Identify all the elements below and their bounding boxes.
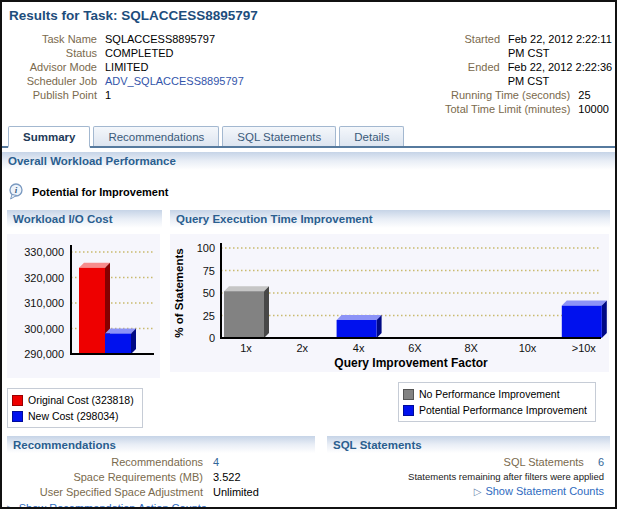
workload-io-cost-chart: 290,000300,000310,000320,000330,000	[7, 234, 162, 382]
legend-item-potential-improvement: Potential Performance Improvement	[403, 402, 587, 418]
scheduler-job-link[interactable]: ADV_SQLACCESS8895797	[105, 74, 244, 88]
task-info-left-column: Task Name SQLACCESS8895797 Status COMPLE…	[2, 32, 318, 116]
running-time-label: Running Time (seconds)	[318, 88, 570, 102]
publish-point-label: Publish Point	[2, 88, 97, 102]
tab-summary[interactable]: Summary	[8, 126, 90, 148]
sql-statements-header: SQL Statements	[327, 436, 610, 455]
svg-text:4x: 4x	[353, 342, 365, 354]
scheduler-job-label: Scheduler Job	[2, 74, 97, 88]
show-recommendation-action-counts-link[interactable]: ▷Show Recommendation Action Counts	[7, 502, 315, 509]
svg-text:100: 100	[197, 242, 215, 254]
svg-text:10x: 10x	[519, 342, 537, 354]
svg-text:1x: 1x	[240, 342, 252, 354]
legend-item-original-cost: Original Cost (323818)	[12, 392, 134, 408]
time-limit-row: Total Time Limit (minutes) 10000	[318, 102, 615, 116]
gray-swatch-icon	[403, 389, 414, 400]
legend-label: Potential Performance Improvement	[419, 402, 587, 418]
page-title: Results for Task: SQLACCESS8895797	[9, 8, 615, 23]
potential-for-improvement-row: i Potential for Improvement	[8, 182, 615, 202]
sql-statements-count-value: 6	[598, 456, 604, 468]
query-execution-time-header: Query Execution Time Improvement	[170, 210, 610, 230]
tab-sql-statements[interactable]: SQL Statements	[222, 126, 336, 146]
svg-text:330,000: 330,000	[24, 246, 64, 258]
svg-text:8X: 8X	[464, 342, 478, 354]
space-adjustment-value: Unlimited	[213, 485, 259, 500]
svg-text:25: 25	[203, 310, 215, 322]
sql-statements-note: Statements remaining after filters were …	[327, 470, 610, 483]
svg-text:320,000: 320,000	[24, 272, 64, 284]
tab-details[interactable]: Details	[339, 126, 404, 146]
task-info-right-column: Started Feb 22, 2012 2:22:11 PM CST Ende…	[318, 32, 615, 116]
charts-row: Workload I/O Cost 290,000300,000310,0003…	[2, 210, 615, 428]
recommendations-count-label: Recommendations	[7, 455, 203, 470]
section-header-overall-workload: Overall Workload Performance	[2, 152, 615, 172]
started-value: Feb 22, 2012 2:22:11 PM CST	[508, 32, 615, 60]
svg-text:0: 0	[209, 332, 215, 344]
blue-swatch-icon	[403, 405, 414, 416]
advisor-mode-label: Advisor Mode	[2, 60, 97, 74]
potential-for-improvement-label: Potential for Improvement	[32, 186, 168, 198]
legend-label: New Cost (298034)	[28, 408, 118, 424]
query-improvement-legend: No Performance Improvement Potential Per…	[398, 382, 596, 422]
publish-point-row: Publish Point 1	[2, 88, 318, 102]
svg-text:300,000: 300,000	[24, 323, 64, 335]
show-statement-counts-link[interactable]: ▷Show Statement Counts	[327, 485, 610, 497]
tab-bar: Summary Recommendations SQL Statements D…	[2, 126, 615, 148]
svg-text:50: 50	[203, 287, 215, 299]
space-requirements-value: 3.522	[213, 470, 241, 485]
status-label: Status	[2, 46, 97, 60]
task-name-value: SQLACCESS8895797	[105, 32, 215, 46]
svg-text:310,000: 310,000	[24, 297, 64, 309]
scheduler-job-row: Scheduler Job ADV_SQLACCESS8895797	[2, 74, 318, 88]
svg-text:75: 75	[203, 265, 215, 277]
task-name-label: Task Name	[2, 32, 97, 46]
time-limit-value: 10000	[578, 102, 609, 116]
status-value: COMPLETED	[105, 46, 173, 60]
sql-statements-count-label: SQL Statements	[504, 456, 584, 468]
tab-recommendations[interactable]: Recommendations	[93, 126, 219, 146]
sql-statements-panel: SQL Statements SQL Statements6 Statement…	[327, 436, 610, 509]
space-requirements-label: Space Requirements (MB)	[7, 470, 203, 485]
query-improvement-chart: 02550751001x2x4x6X8X10x>10x% of Statemen…	[170, 234, 610, 376]
running-time-row: Running Time (seconds) 25	[318, 88, 615, 102]
running-time-value: 25	[578, 88, 590, 102]
recommendations-count-row: Recommendations 4	[7, 455, 315, 470]
svg-text:% of Statements: % of Statements	[173, 248, 185, 337]
space-requirements-row: Space Requirements (MB) 3.522	[7, 470, 315, 485]
legend-item-new-cost: New Cost (298034)	[12, 408, 134, 424]
legend-label: No Performance Improvement	[419, 386, 560, 402]
expand-triangle-icon: ▷	[7, 503, 15, 509]
advisor-mode-value: LIMITED	[105, 60, 148, 74]
svg-text:2x: 2x	[296, 342, 308, 354]
legend-label: Original Cost (323818)	[28, 392, 134, 408]
svg-text:6X: 6X	[408, 342, 422, 354]
task-info-panel: Task Name SQLACCESS8895797 Status COMPLE…	[2, 32, 615, 116]
svg-text:Query Improvement Factor: Query Improvement Factor	[334, 356, 488, 370]
svg-text:>10x: >10x	[572, 342, 597, 354]
query-execution-time-panel: Query Execution Time Improvement 0255075…	[170, 210, 610, 428]
ended-value: Feb 22, 2012 2:22:36 PM CST	[508, 60, 615, 88]
bottom-summary-row: Recommendations Recommendations 4 Space …	[2, 436, 615, 509]
workload-io-cost-panel: Workload I/O Cost 290,000300,000310,0003…	[7, 210, 162, 428]
recommendations-count-value: 4	[213, 455, 219, 470]
started-row: Started Feb 22, 2012 2:22:11 PM CST	[318, 32, 615, 60]
legend-item-no-improvement: No Performance Improvement	[403, 386, 587, 402]
started-label: Started	[318, 32, 500, 60]
svg-text:290,000: 290,000	[24, 348, 64, 360]
sql-statements-count-row: SQL Statements6	[327, 455, 610, 470]
recommendations-header: Recommendations	[7, 436, 315, 455]
recommendations-panel: Recommendations Recommendations 4 Space …	[7, 436, 315, 509]
publish-point-value: 1	[105, 88, 111, 102]
expand-triangle-icon: ▷	[474, 486, 482, 497]
blue-swatch-icon	[12, 411, 23, 422]
io-cost-legend: Original Cost (323818) New Cost (298034)	[7, 388, 143, 428]
status-row: Status COMPLETED	[2, 46, 318, 60]
task-name-row: Task Name SQLACCESS8895797	[2, 32, 318, 46]
advisor-mode-row: Advisor Mode LIMITED	[2, 60, 318, 74]
info-tip-icon: i	[8, 183, 24, 201]
workload-io-cost-header: Workload I/O Cost	[7, 210, 162, 230]
red-swatch-icon	[12, 395, 23, 406]
space-adjustment-label: User Specified Space Adjustment	[7, 485, 203, 500]
time-limit-label: Total Time Limit (minutes)	[318, 102, 570, 116]
sql-access-advisor-results-page: Results for Task: SQLACCESS8895797 Task …	[0, 0, 617, 509]
